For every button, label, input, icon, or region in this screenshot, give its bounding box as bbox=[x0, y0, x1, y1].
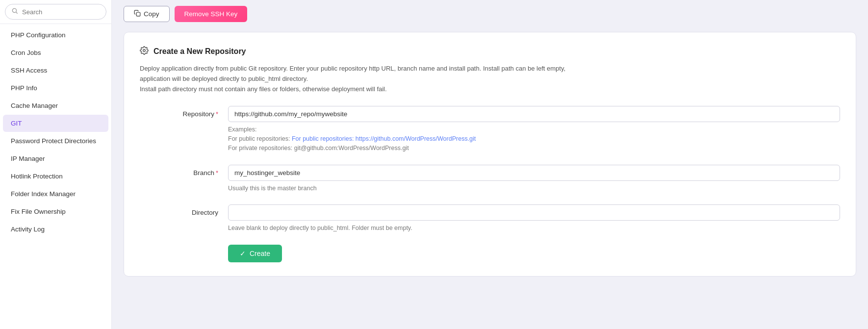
search-box[interactable] bbox=[5, 4, 106, 20]
directory-input[interactable] bbox=[228, 204, 840, 221]
directory-label: Directory bbox=[140, 204, 228, 216]
create-repository-title: Create a New Repository bbox=[153, 47, 246, 56]
sidebar-item-fix-file-ownership[interactable]: Fix File Ownership bbox=[3, 203, 108, 220]
branch-right: Usually this is the master branch bbox=[228, 165, 840, 193]
repository-input[interactable] bbox=[228, 106, 840, 122]
branch-hint: Usually this is the master branch bbox=[228, 184, 840, 193]
sidebar: PHP ConfigurationCron JobsSSH AccessPHP … bbox=[0, 0, 112, 329]
sidebar-item-folder-index-manager[interactable]: Folder Index Manager bbox=[3, 185, 108, 202]
copy-button[interactable]: Copy bbox=[124, 6, 170, 22]
hint-public: For public repositories: bbox=[228, 135, 292, 142]
copy-button-label: Copy bbox=[144, 10, 159, 18]
sidebar-item-hotlink-protection[interactable]: Hotlink Protection bbox=[3, 168, 108, 185]
create-button-label: Create bbox=[250, 250, 270, 257]
card-description: Deploy application directly from public … bbox=[140, 64, 840, 94]
search-icon bbox=[11, 7, 18, 16]
remove-ssh-key-label: Remove SSH Key bbox=[184, 10, 238, 18]
repository-label: Repository * bbox=[140, 106, 228, 118]
sidebar-item-ssh-access[interactable]: SSH Access bbox=[3, 62, 108, 79]
sidebar-item-ip-manager[interactable]: IP Manager bbox=[3, 150, 108, 167]
directory-field-group: Directory Leave blank to deploy directly… bbox=[140, 204, 840, 233]
create-repository-card: Create a New Repository Deploy applicati… bbox=[124, 32, 856, 277]
remove-ssh-key-button[interactable]: Remove SSH Key bbox=[175, 6, 248, 22]
checkmark-icon: ✓ bbox=[240, 250, 246, 257]
repository-field-group: Repository * Examples: For public reposi… bbox=[140, 106, 840, 152]
svg-rect-2 bbox=[136, 12, 140, 16]
required-indicator: * bbox=[214, 111, 218, 118]
sidebar-item-activity-log[interactable]: Activity Log bbox=[3, 221, 108, 238]
svg-point-3 bbox=[143, 50, 146, 52]
description-line2: application will be deployed directly to… bbox=[140, 75, 308, 82]
branch-input[interactable] bbox=[228, 165, 840, 181]
search-input[interactable] bbox=[22, 8, 100, 16]
repository-hint: Examples: For public repositories: For p… bbox=[228, 125, 840, 152]
directory-hint: Leave blank to deploy directly to public… bbox=[228, 224, 840, 233]
main-content: Copy Remove SSH Key Create a New Reposit… bbox=[112, 0, 868, 329]
sidebar-item-password-protect-directories[interactable]: Password Protect Directories bbox=[3, 132, 108, 150]
svg-line-1 bbox=[16, 12, 18, 14]
required-indicator: * bbox=[214, 170, 218, 177]
branch-label: Branch * bbox=[140, 165, 228, 177]
sidebar-item-cache-manager[interactable]: Cache Manager bbox=[3, 97, 108, 114]
directory-right: Leave blank to deploy directly to public… bbox=[228, 204, 840, 233]
copy-icon bbox=[134, 10, 141, 18]
description-line3: Install path directory must not contain … bbox=[140, 85, 387, 93]
sidebar-navigation: PHP ConfigurationCron JobsSSH AccessPHP … bbox=[0, 24, 111, 329]
sidebar-item-git[interactable]: GIT bbox=[3, 115, 108, 132]
repository-right: Examples: For public repositories: For p… bbox=[228, 106, 840, 152]
hint-examples: Examples: bbox=[228, 126, 256, 133]
card-header: Create a New Repository bbox=[140, 46, 840, 57]
create-button[interactable]: ✓ Create bbox=[228, 245, 282, 262]
hint-public-link: For public repositories: https://github.… bbox=[292, 135, 476, 142]
sidebar-item-php-info[interactable]: PHP Info bbox=[3, 79, 108, 97]
top-actions-bar: Copy Remove SSH Key bbox=[124, 0, 856, 28]
gear-icon bbox=[140, 46, 149, 57]
hint-private: For private repositories: git@github.com… bbox=[228, 145, 409, 152]
branch-field-group: Branch * Usually this is the master bran… bbox=[140, 165, 840, 193]
sidebar-item-cron-jobs[interactable]: Cron Jobs bbox=[3, 44, 108, 61]
description-line1: Deploy application directly from public … bbox=[140, 65, 565, 72]
search-container bbox=[0, 0, 111, 24]
sidebar-item-php-configuration[interactable]: PHP Configuration bbox=[3, 26, 108, 44]
